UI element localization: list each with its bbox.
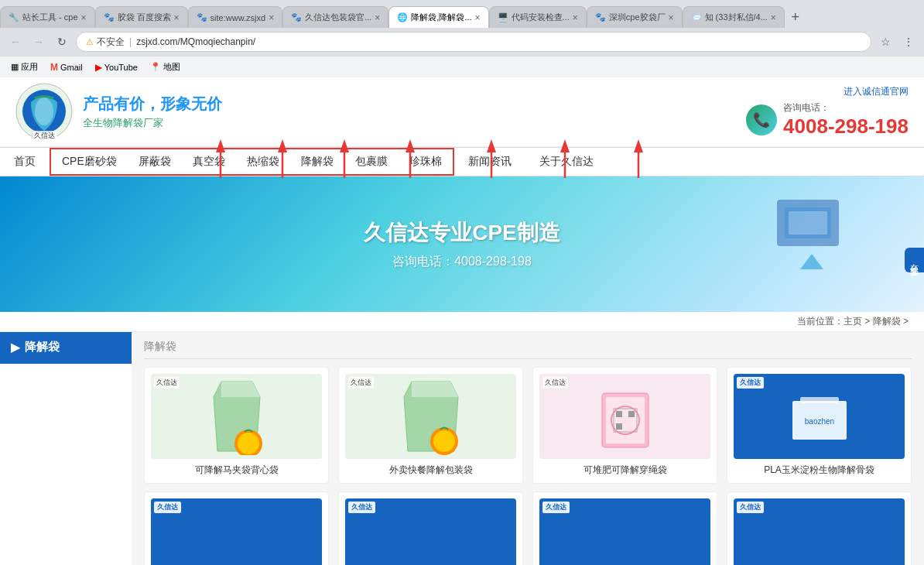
- bookmark-apps[interactable]: ▦ 应用: [6, 60, 43, 74]
- tab-favicon-8: 📨: [691, 12, 702, 23]
- product-card-5[interactable]: 久信达: [144, 491, 329, 565]
- logo-text: 产品有价，形象无价 全生物降解袋厂家: [83, 94, 222, 130]
- tab-close-2[interactable]: ×: [174, 12, 180, 23]
- banner-title: 久信达专业CPE制造: [364, 218, 560, 248]
- company-logo: 久信达: [15, 83, 74, 141]
- tab-bar: 🔧 站长工具 - cpe × 🐾 胶袋 百度搜索 × 🐾 site:www.zs…: [0, 0, 924, 28]
- top-link[interactable]: 进入诚信通官网: [844, 85, 909, 98]
- product-logo-2: 久信达: [348, 377, 374, 389]
- tab-title-2: 胶袋 百度搜索: [118, 12, 171, 23]
- svg-rect-30: [628, 411, 635, 417]
- tab-1[interactable]: 🔧 站长工具 - cpe ×: [0, 6, 95, 28]
- product-name-4: PLA玉米淀粉生物降解骨袋: [764, 464, 874, 477]
- tab-7[interactable]: 🐾 深圳cpe胶袋厂 ×: [587, 6, 683, 28]
- tab-title-8: 知 (33封私信/4...: [705, 12, 768, 23]
- svg-rect-34: [800, 397, 839, 403]
- product-card-2[interactable]: 久信达 外卖快餐降解包装袋: [338, 367, 523, 484]
- product-image-3: 久信达: [539, 374, 710, 459]
- tab-2[interactable]: 🐾 胶袋 百度搜索 ×: [95, 6, 188, 28]
- address-url: zsjxd.com/MQmoqiechanpin/: [136, 36, 255, 47]
- bookmark-youtube[interactable]: ▶ YouTube: [91, 60, 142, 74]
- sidebar-arrow-icon: ▶: [11, 341, 20, 354]
- tab-title-7: 深圳cpe胶袋厂: [609, 12, 666, 23]
- address-input[interactable]: ⚠ 不安全 | zsjxd.com/MQmoqiechanpin/: [76, 32, 871, 52]
- tab-close-4[interactable]: ×: [375, 12, 380, 23]
- tab-close-3[interactable]: ×: [269, 12, 274, 23]
- bookmark-apps-label: 应用: [21, 61, 38, 73]
- product-logo-8: 久信达: [737, 502, 764, 513]
- product-image-2: 久信达: [345, 374, 516, 459]
- browser-menu[interactable]: ⋮: [899, 33, 918, 51]
- bag-svg-4: baozhen: [785, 378, 854, 455]
- nav-shield[interactable]: 屏蔽袋: [128, 149, 182, 174]
- security-icon: ⚠: [86, 37, 94, 47]
- tab-favicon-7: 🐾: [595, 12, 606, 23]
- chat-widget[interactable]: 在线客服: [905, 248, 924, 272]
- tab-title-3: site:www.zsjxd: [210, 13, 266, 22]
- product-card-6[interactable]: 久信达: [338, 491, 523, 565]
- product-image-1: 久信达: [151, 374, 322, 459]
- security-label: 不安全: [97, 36, 125, 49]
- reload-button[interactable]: ↻: [53, 33, 71, 51]
- product-name-1: 可降解马夹袋背心袋: [195, 464, 279, 477]
- product-card-8[interactable]: 久信达: [727, 491, 912, 565]
- bookmark-star[interactable]: ☆: [876, 33, 895, 51]
- svg-rect-19: [789, 211, 827, 235]
- product-card-4[interactable]: 久信达 baozhen PLA玉米淀粉生物降解骨袋: [727, 367, 912, 484]
- tab-3[interactable]: 🐾 site:www.zsjxd ×: [188, 6, 283, 28]
- nav-degrade[interactable]: 降解袋: [290, 149, 344, 174]
- bookmark-maps[interactable]: 📍 地图: [145, 60, 185, 74]
- tab-title-1: 站长工具 - cpe: [22, 12, 78, 23]
- tab-favicon-2: 🐾: [104, 12, 115, 23]
- nav-home[interactable]: 首页: [0, 148, 50, 176]
- nav-heat[interactable]: 热缩袋: [236, 149, 290, 174]
- svg-point-22: [238, 433, 259, 454]
- bookmark-gmail-label: Gmail: [60, 63, 83, 72]
- bookmark-gmail[interactable]: M Gmail: [46, 60, 87, 74]
- product-card-1[interactable]: 久信达 可降解马夹袋背心袋: [144, 367, 329, 484]
- phone-area: 📞 咨询电话： 4008-298-198: [746, 101, 909, 139]
- product-logo-3: 久信达: [542, 377, 568, 389]
- nav-vacuum[interactable]: 真空袋: [182, 149, 236, 174]
- back-button[interactable]: ←: [6, 33, 25, 51]
- svg-marker-20: [800, 254, 823, 269]
- header-right: 进入诚信通官网 📞 咨询电话： 4008-298-198: [746, 85, 909, 139]
- nav-cpe[interactable]: CPE磨砂袋: [51, 149, 128, 174]
- content-area: ▶ 降解袋 降解袋 久信达: [0, 332, 924, 565]
- svg-rect-29: [616, 411, 622, 417]
- tab-8[interactable]: 📨 知 (33封私信/4... ×: [683, 6, 785, 28]
- tab-close-8[interactable]: ×: [771, 12, 776, 23]
- product-card-7[interactable]: 久信达: [532, 491, 717, 565]
- svg-point-24: [433, 430, 455, 452]
- product-image-6: 久信达: [345, 498, 516, 565]
- tab-5[interactable]: 🌐 降解袋,降解袋... ×: [388, 6, 488, 28]
- nav-pearl[interactable]: 珍珠棉: [399, 149, 453, 174]
- main-content: 降解袋 久信达 可降解马夹袋: [132, 332, 924, 565]
- bookmark-youtube-label: YouTube: [104, 63, 138, 72]
- tab-close-1[interactable]: ×: [81, 12, 87, 23]
- product-logo-7: 久信达: [542, 502, 570, 513]
- nav-section: 首页 CPE磨砂袋 屏蔽袋 真空袋 热缩袋 降解袋 包裹膜 珍珠棉 新闻资讯 关…: [0, 147, 924, 176]
- tab-4[interactable]: 🐾 久信达包装袋官... ×: [282, 6, 388, 28]
- product-name-3: 可堆肥可降解穿绳袋: [583, 464, 667, 477]
- tab-close-6[interactable]: ×: [573, 12, 578, 23]
- nav-about[interactable]: 关于久信达: [525, 148, 607, 176]
- tab-close-7[interactable]: ×: [669, 12, 674, 23]
- gmail-icon: M: [50, 62, 58, 73]
- nav-wrap[interactable]: 包裹膜: [344, 149, 399, 174]
- bag-svg-2: [396, 378, 466, 455]
- tab-6[interactable]: 🖥️ 代码安装检查... ×: [489, 6, 587, 28]
- forward-button[interactable]: →: [29, 33, 48, 51]
- product-image-5: 久信达: [151, 498, 322, 565]
- nav-news[interactable]: 新闻资讯: [454, 148, 525, 176]
- product-card-3[interactable]: 久信达 可堆肥可降解穿绳袋: [532, 367, 717, 484]
- tab-favicon-6: 🖥️: [498, 12, 508, 23]
- tab-title-4: 久信达包装袋官...: [305, 12, 371, 23]
- apps-icon: ▦: [11, 62, 19, 72]
- product-image-7: 久信达: [539, 498, 710, 565]
- bag-svg-3: [590, 378, 660, 455]
- new-tab-button[interactable]: +: [785, 6, 806, 28]
- company-name-under-logo: 久信达: [33, 131, 56, 141]
- logo-area: 久信达 产品有价，形象无价 全生物降解袋厂家: [15, 83, 222, 141]
- tab-close-5[interactable]: ×: [475, 12, 481, 23]
